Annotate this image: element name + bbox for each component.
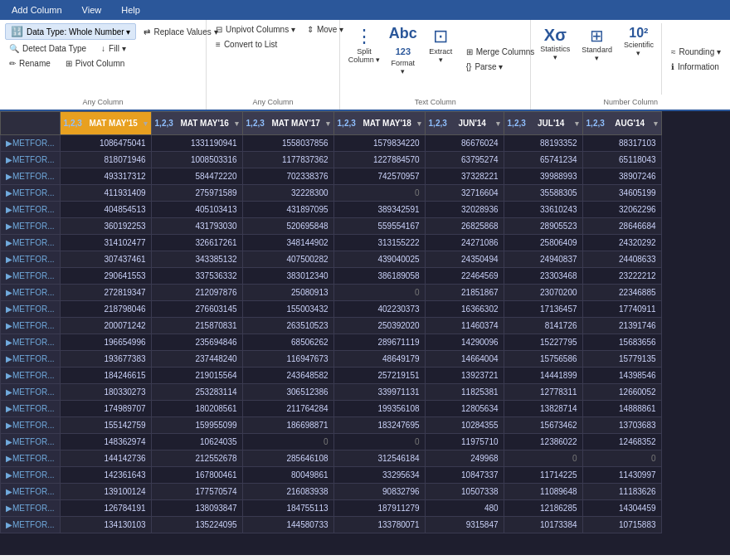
- table-row: ▶METFOR...142361643167800461800498613329…: [1, 467, 662, 484]
- table-row: ▶METFOR...144142736212552678285646108312…: [1, 450, 662, 467]
- table-row: ▶METFOR...155142759159955099186698871183…: [1, 417, 662, 434]
- statistics-btn[interactable]: Xσ Statistics ▾: [536, 23, 574, 64]
- th-dropdown-1[interactable]: ▾: [235, 119, 239, 128]
- table-cell: 520695848: [242, 218, 333, 235]
- table-cell: 431793030: [151, 218, 242, 235]
- row-label[interactable]: ▶METFOR...: [1, 318, 61, 334]
- th-label-6: AUG'14: [606, 119, 654, 128]
- format-btn[interactable]: Abc123 Format ▾: [385, 23, 421, 95]
- row-label[interactable]: ▶METFOR...: [1, 517, 61, 533]
- table-cell: 219015564: [151, 368, 242, 384]
- table-cell: 237448240: [151, 351, 242, 368]
- table-cell: 35588305: [504, 185, 582, 202]
- extract-btn[interactable]: ⊡ Extract ▾: [423, 23, 459, 95]
- convert-to-list-btn[interactable]: ≡ Convert to List: [212, 38, 281, 51]
- row-label[interactable]: ▶METFOR...: [1, 168, 61, 185]
- row-label[interactable]: ▶METFOR...: [1, 202, 61, 218]
- th-dropdown-4[interactable]: ▾: [496, 119, 500, 128]
- standard-btn[interactable]: ⊞ Standard ▾: [577, 23, 616, 65]
- merge-columns-btn[interactable]: ⊞ Merge Columns: [462, 46, 539, 58]
- row-label[interactable]: ▶METFOR...: [1, 235, 61, 251]
- table-cell: 63795274: [425, 152, 504, 168]
- table-cell: 199356108: [333, 401, 425, 417]
- unpivot-columns-btn[interactable]: ⊟ Unpivot Columns ▾: [212, 23, 299, 36]
- convert-label: Convert to List: [224, 40, 277, 49]
- rounding-btn[interactable]: ≈ Rounding ▾: [667, 46, 725, 58]
- table-cell: 0: [333, 434, 425, 450]
- row-label[interactable]: ▶METFOR...: [1, 152, 61, 168]
- th-selector: [1, 112, 61, 135]
- th-dropdown-6[interactable]: ▾: [654, 119, 658, 128]
- table-cell: 253283114: [151, 384, 242, 401]
- table-cell: 177570574: [151, 484, 242, 500]
- row-label[interactable]: ▶METFOR...: [1, 434, 61, 450]
- th-mat-may16[interactable]: 1,2,3 MAT MAY'16 ▾: [151, 112, 242, 135]
- row-label[interactable]: ▶METFOR...: [1, 450, 61, 467]
- th-mat-may17[interactable]: 1,2,3 MAT MAY'17 ▾: [242, 112, 333, 135]
- table-row: ▶METFOR...174989707180208561211764284199…: [1, 401, 662, 417]
- th-label-0: MAT MAY'15: [84, 119, 144, 128]
- row-label[interactable]: ▶METFOR...: [1, 135, 61, 152]
- table-cell: 1008503316: [151, 152, 242, 168]
- fill-btn[interactable]: ↓ Fill ▾: [97, 42, 130, 55]
- table-cell: 15227795: [504, 334, 582, 351]
- row-label[interactable]: ▶METFOR...: [1, 417, 61, 434]
- table-cell: 126784191: [60, 500, 151, 517]
- menu-help[interactable]: Help: [116, 3, 145, 17]
- parse-btn[interactable]: {} Parse ▾: [462, 61, 539, 73]
- table-row: ▶METFOR...126784191138093847184755113187…: [1, 500, 662, 517]
- data-type-btn[interactable]: 🔢 Data Type: Whole Number ▾: [5, 23, 136, 40]
- table-cell: 742570957: [333, 168, 425, 185]
- row-label[interactable]: ▶METFOR...: [1, 368, 61, 384]
- th-aug14[interactable]: 1,2,3 AUG'14 ▾: [582, 112, 661, 135]
- row-label[interactable]: ▶METFOR...: [1, 484, 61, 500]
- th-jun14[interactable]: 1,2,3 JUN'14 ▾: [425, 112, 504, 135]
- th-dropdown-0[interactable]: ▾: [144, 119, 148, 128]
- table-cell: 184246615: [60, 368, 151, 384]
- rename-btn[interactable]: ✏ Rename: [5, 57, 55, 70]
- th-mat-may18[interactable]: 1,2,3 MAT MAY'18 ▾: [333, 112, 425, 135]
- th-dropdown-3[interactable]: ▾: [417, 119, 421, 128]
- split-column-btn[interactable]: ⋮ Split Column ▾: [345, 23, 383, 95]
- menu-view[interactable]: View: [77, 3, 107, 17]
- menu-add-column[interactable]: Add Column: [7, 3, 67, 17]
- table-cell: 21851867: [425, 285, 504, 301]
- pivot-column-btn[interactable]: ⊞ Pivot Column: [61, 57, 129, 70]
- table-cell: 14304459: [582, 500, 661, 517]
- row-label[interactable]: ▶METFOR...: [1, 500, 61, 517]
- row-label[interactable]: ▶METFOR...: [1, 467, 61, 484]
- table-cell: 386189058: [333, 268, 425, 285]
- row-label[interactable]: ▶METFOR...: [1, 351, 61, 368]
- row-label[interactable]: ▶METFOR...: [1, 384, 61, 401]
- th-dropdown-2[interactable]: ▾: [326, 119, 330, 128]
- row-label[interactable]: ▶METFOR...: [1, 185, 61, 202]
- th-mat-may15[interactable]: 1,2,3 MAT MAY'15 ▾: [60, 112, 151, 135]
- convert-icon: ≡: [216, 40, 221, 49]
- th-dropdown-5[interactable]: ▾: [575, 119, 579, 128]
- table-cell: 33610243: [504, 202, 582, 218]
- row-label[interactable]: ▶METFOR...: [1, 301, 61, 318]
- menu-bar: Add Column View Help: [0, 0, 730, 20]
- table-cell: 144142736: [60, 450, 151, 467]
- scientific-btn[interactable]: 10² Scientific ▾: [620, 23, 658, 60]
- table-cell: 80049861: [242, 467, 333, 484]
- row-label[interactable]: ▶METFOR...: [1, 218, 61, 235]
- table-cell: 1579834220: [333, 135, 425, 152]
- table-row: ▶METFOR...360192253431793030520695848559…: [1, 218, 662, 235]
- row-label[interactable]: ▶METFOR...: [1, 401, 61, 417]
- row-label[interactable]: ▶METFOR...: [1, 285, 61, 301]
- table-row: ▶METFOR...108647504113311909411558037856…: [1, 135, 662, 152]
- detect-icon: 🔍: [9, 44, 19, 53]
- detect-data-type-btn[interactable]: 🔍 Detect Data Type: [5, 42, 90, 55]
- row-label[interactable]: ▶METFOR...: [1, 251, 61, 268]
- table-cell: 11460374: [425, 318, 504, 334]
- row-label[interactable]: ▶METFOR...: [1, 334, 61, 351]
- table-cell: 1227884570: [333, 152, 425, 168]
- row-label[interactable]: ▶METFOR...: [1, 268, 61, 285]
- table-cell: 314102477: [60, 235, 151, 251]
- pivot-icon: ⊞: [66, 59, 72, 68]
- table-cell: 12660052: [582, 384, 661, 401]
- th-jul14[interactable]: 1,2,3 JUL'14 ▾: [504, 112, 582, 135]
- table-cell: 14664004: [425, 351, 504, 368]
- information-btn[interactable]: ℹ Information: [667, 61, 725, 73]
